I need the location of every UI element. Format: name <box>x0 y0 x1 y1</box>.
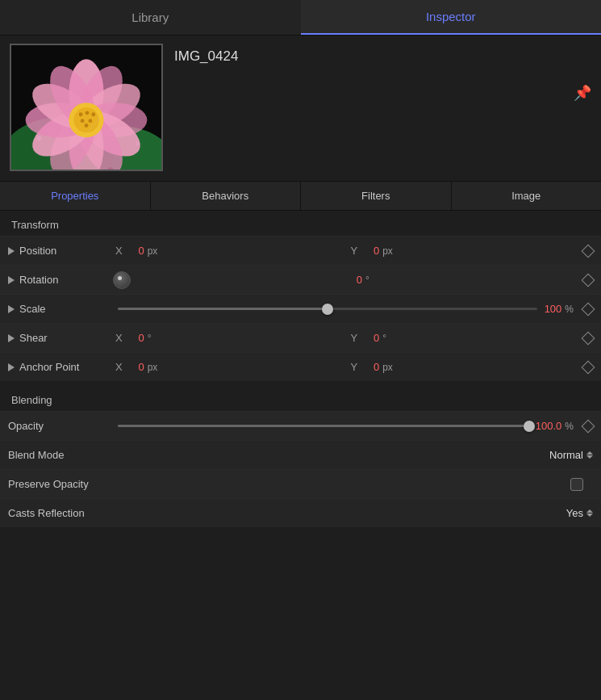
row-preserve-opacity: Preserve Opacity <box>0 469 601 498</box>
scale-label: Scale <box>8 303 113 315</box>
svg-point-22 <box>86 111 90 115</box>
anchor-expand-icon[interactable] <box>8 363 15 371</box>
arrow-down-icon-2 <box>586 513 593 517</box>
opacity-track <box>118 425 529 427</box>
scale-track <box>118 308 537 310</box>
row-blend-mode: Blend Mode Normal <box>0 440 601 469</box>
arrow-up-icon <box>586 451 593 455</box>
anchor-fields: X 0 px Y 0 px <box>113 361 593 373</box>
row-opacity: Opacity 100.0 % <box>0 411 601 440</box>
row-casts-reflection: Casts Reflection Yes <box>0 498 601 527</box>
shear-y-value[interactable]: 0 <box>361 332 379 344</box>
shear-y-unit: ° <box>382 333 386 344</box>
section-transform-header: Transform <box>0 211 601 236</box>
position-fields: X 0 px Y 0 px <box>113 245 593 257</box>
opacity-thumb[interactable] <box>524 421 535 432</box>
row-scale: Scale 100 % <box>0 294 601 323</box>
tab-properties[interactable]: Properties <box>0 182 151 210</box>
thumbnail-image <box>11 45 161 170</box>
prop-tabs: Properties Behaviors Filters Image <box>0 181 601 211</box>
header-info: IMG_0424 <box>174 44 591 65</box>
pin-icon[interactable]: 📌 <box>574 84 591 102</box>
svg-point-23 <box>91 112 95 116</box>
preserve-opacity-label: Preserve Opacity <box>8 478 113 490</box>
opacity-value[interactable]: 100.0 <box>536 420 562 432</box>
svg-point-21 <box>79 112 83 116</box>
casts-reflection-value: Yes <box>566 507 583 519</box>
scale-fields: 100 % <box>113 303 593 315</box>
header-area: IMG_0424 📌 <box>0 36 601 181</box>
casts-reflection-select[interactable]: Yes <box>566 507 593 519</box>
thumbnail <box>10 44 163 171</box>
scale-thumb[interactable] <box>322 304 333 315</box>
preserve-opacity-fields <box>113 478 593 491</box>
shear-keyframe-diamond[interactable] <box>582 331 595 345</box>
anchor-point-label: Anchor Point <box>8 361 113 373</box>
position-keyframe-diamond[interactable] <box>582 244 595 258</box>
shear-label: Shear <box>8 332 113 344</box>
opacity-keyframe-diamond[interactable] <box>582 419 595 433</box>
casts-reflection-fields: Yes <box>113 507 593 519</box>
position-x-unit: px <box>148 245 158 257</box>
rotation-fields: 0 ° <box>113 271 593 289</box>
position-x-value[interactable]: 0 <box>127 245 144 257</box>
tab-inspector[interactable]: Inspector <box>301 0 602 35</box>
filename: IMG_0424 <box>174 48 238 64</box>
rotation-dial[interactable] <box>113 271 131 289</box>
section-blending-header: Blending <box>0 386 601 411</box>
casts-reflection-label: Casts Reflection <box>8 507 113 519</box>
opacity-slider[interactable] <box>118 425 529 427</box>
blend-mode-arrows <box>586 451 593 459</box>
blend-mode-value: Normal <box>549 449 583 461</box>
position-expand-icon[interactable] <box>8 247 15 255</box>
scale-unit: % <box>565 304 574 315</box>
row-rotation: Rotation 0 ° <box>0 265 601 294</box>
rotation-expand-icon[interactable] <box>8 276 15 284</box>
scale-keyframe-diamond[interactable] <box>582 302 595 316</box>
rotation-label: Rotation <box>8 274 113 286</box>
shear-x-label: X <box>115 332 123 344</box>
anchor-y-unit: px <box>382 362 393 373</box>
scale-expand-icon[interactable] <box>8 305 15 313</box>
svg-point-25 <box>88 119 92 123</box>
arrow-down-icon <box>586 455 593 459</box>
scale-value[interactable]: 100 <box>544 303 561 315</box>
shear-x-value[interactable]: 0 <box>127 332 144 344</box>
shear-fields: X 0 ° Y 0 ° <box>113 332 593 344</box>
tab-behaviors[interactable]: Behaviors <box>151 182 302 210</box>
blend-mode-fields: Normal <box>113 449 593 461</box>
scale-fill <box>118 308 328 310</box>
rotation-keyframe-diamond[interactable] <box>582 273 595 287</box>
position-y-value[interactable]: 0 <box>361 245 379 257</box>
blend-mode-select[interactable]: Normal <box>549 449 593 461</box>
anchor-y-label: Y <box>351 361 358 373</box>
tab-library[interactable]: Library <box>0 0 301 35</box>
rotation-unit: ° <box>365 275 369 286</box>
tab-filters[interactable]: Filters <box>301 182 452 210</box>
tab-image[interactable]: Image <box>452 182 602 210</box>
anchor-x-value[interactable]: 0 <box>127 361 144 373</box>
anchor-x-label: X <box>115 361 123 373</box>
preserve-opacity-checkbox[interactable] <box>570 478 583 491</box>
anchor-y-value[interactable]: 0 <box>361 361 379 373</box>
anchor-keyframe-diamond[interactable] <box>582 360 595 374</box>
position-y-unit: px <box>382 245 393 257</box>
rotation-value[interactable]: 0 <box>344 274 362 286</box>
position-y-label: Y <box>351 245 358 257</box>
opacity-fields: 100.0 % <box>113 420 593 432</box>
position-label: Position <box>8 245 113 257</box>
blend-mode-label: Blend Mode <box>8 449 113 461</box>
tab-bar: Library Inspector <box>0 0 601 36</box>
shear-expand-icon[interactable] <box>8 334 15 342</box>
arrow-up-icon-2 <box>586 509 593 513</box>
svg-point-24 <box>81 119 85 123</box>
shear-y-label: Y <box>351 332 358 344</box>
row-shear: Shear X 0 ° Y 0 ° <box>0 323 601 352</box>
anchor-x-unit: px <box>148 362 158 373</box>
shear-x-unit: ° <box>148 333 152 344</box>
casts-reflection-arrows <box>586 509 593 517</box>
row-position: Position X 0 px Y 0 px <box>0 236 601 265</box>
position-x-label: X <box>115 245 123 257</box>
scale-slider[interactable] <box>118 308 537 310</box>
svg-point-26 <box>85 124 89 128</box>
